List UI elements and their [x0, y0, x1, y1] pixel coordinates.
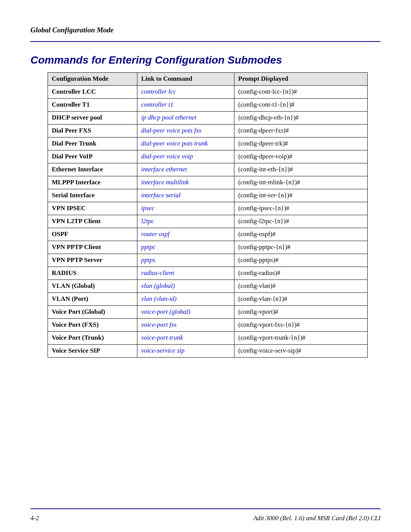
table-row: Dial Peer FXSdial-peer voice pots fxs(co…	[48, 125, 368, 137]
cell-prompt-displayed: (config-vlan-{n})#	[234, 293, 368, 306]
cell-config-mode: OSPF	[48, 228, 137, 241]
cell-prompt-displayed: (config-l2tpc-{n})#	[234, 215, 368, 228]
cell-link-to-command[interactable]: dial-peer voice voip	[137, 150, 234, 163]
cell-link-to-command[interactable]: ipsec	[137, 202, 234, 215]
cell-link-to-command[interactable]: router ospf	[137, 228, 234, 241]
table-row: OSPFrouter ospf(config-ospf)#	[48, 228, 368, 241]
cell-link-to-command[interactable]: dial-peer voice pots fxs	[137, 125, 234, 137]
cell-link-to-command[interactable]: vlan (global)	[137, 280, 234, 293]
cell-prompt-displayed: (config-vlan)#	[234, 280, 368, 293]
cell-prompt-displayed: (config-cont-lcc-{n})#	[234, 86, 368, 99]
table-row: Voice Port (FXS)voice-port fxs(config-vp…	[48, 319, 368, 332]
table-row: VPN IPSECipsec(config-ipsec-{n})#	[48, 202, 368, 215]
table-row: VPN PPTP Serverpptps(config-pptps)#	[48, 254, 368, 267]
cell-config-mode: Controller LCC	[48, 86, 137, 99]
cell-link-to-command[interactable]: interface serial	[137, 189, 234, 202]
cell-link-to-command[interactable]: voice-port fxs	[137, 319, 234, 332]
table-row: VPN L2TP Clientl2tpc(config-l2tpc-{n})#	[48, 215, 368, 228]
cell-prompt-displayed: (config-int-eth-{n})#	[234, 163, 368, 176]
document-page: Global Configuration Mode Commands for E…	[0, 0, 411, 532]
cell-config-mode: Voice Service SIP	[48, 345, 137, 358]
cell-link-to-command[interactable]: vlan (vlan-id)	[137, 293, 234, 306]
cell-link-to-command[interactable]: interface ethernet	[137, 163, 234, 176]
cell-prompt-displayed: (config-vport)#	[234, 306, 368, 319]
table-row: VLAN (Port)vlan (vlan-id)(config-vlan-{n…	[48, 293, 368, 306]
cell-config-mode: Dial Peer Trunk	[48, 137, 137, 150]
section-heading: Commands for Entering Configuration Subm…	[30, 54, 381, 66]
page-header-title: Global Configuration Mode	[30, 26, 381, 34]
cell-prompt-displayed: (config-cont-t1-{n})#	[234, 99, 368, 112]
cell-config-mode: Dial Peer FXS	[48, 125, 137, 137]
page-number: 4-2	[30, 514, 39, 522]
table-row: Voice Port (Trunk)voice-port trunk(confi…	[48, 332, 368, 345]
cell-config-mode: VPN PPTP Client	[48, 241, 137, 254]
table-row: RADIUSradius-client(config-radius)#	[48, 267, 368, 280]
table-row: VLAN (Global)vlan (global)(config-vlan)#	[48, 280, 368, 293]
table-row: Serial Interfaceinterface serial(config-…	[48, 189, 368, 202]
cell-link-to-command[interactable]: ip dhcp pool ethernet	[137, 112, 234, 125]
table-row: Voice Service SIPvoice-service sip(confi…	[48, 345, 368, 358]
cell-config-mode: Ethernet Interface	[48, 163, 137, 176]
cell-config-mode: VLAN (Global)	[48, 280, 137, 293]
cell-config-mode: RADIUS	[48, 267, 137, 280]
table-row: Controller LCCcontroller lcc(config-cont…	[48, 86, 368, 99]
cell-prompt-displayed: (config-voice-serv-sip)#	[234, 345, 368, 358]
table-row: Dial Peer VoIPdial-peer voice voip(confi…	[48, 150, 368, 163]
cell-config-mode: DHCP server pool	[48, 112, 137, 125]
cell-link-to-command[interactable]: dial-peer voice pots trunk	[137, 137, 234, 150]
cell-config-mode: VPN IPSEC	[48, 202, 137, 215]
cell-prompt-displayed: (config-pptps)#	[234, 254, 368, 267]
page-footer: 4-2 Adit 3000 (Rel. 1.6) and MSR Card (R…	[30, 514, 381, 522]
cell-prompt-displayed: (config-vport-fxs-{n})#	[234, 319, 368, 332]
cell-config-mode: VPN L2TP Client	[48, 215, 137, 228]
cell-link-to-command[interactable]: radius-client	[137, 267, 234, 280]
cell-link-to-command[interactable]: l2tpc	[137, 215, 234, 228]
table-row: Dial Peer Trunkdial-peer voice pots trun…	[48, 137, 368, 150]
cell-link-to-command[interactable]: pptps	[137, 254, 234, 267]
col-header-mode: Configuration Mode	[48, 73, 137, 86]
cell-config-mode: Serial Interface	[48, 189, 137, 202]
cell-link-to-command[interactable]: controller lcc	[137, 86, 234, 99]
cell-link-to-command[interactable]: interface multilink	[137, 176, 234, 189]
cell-prompt-displayed: (config-dpeer-voip)#	[234, 150, 368, 163]
cell-config-mode: Controller T1	[48, 99, 137, 112]
table-row: MLPPP Interfaceinterface multilink(confi…	[48, 176, 368, 189]
cell-prompt-displayed: (config-ospf)#	[234, 228, 368, 241]
col-header-link: Link to Command	[137, 73, 234, 86]
cell-config-mode: Voice Port (Trunk)	[48, 332, 137, 345]
cell-link-to-command[interactable]: voice-service sip	[137, 345, 234, 358]
footer-divider	[30, 508, 381, 509]
cell-prompt-displayed: (config-dpeer-fxs)#	[234, 125, 368, 137]
cell-prompt-displayed: (config-pptpc-{n})#	[234, 241, 368, 254]
cell-link-to-command[interactable]: controller t1	[137, 99, 234, 112]
cell-prompt-displayed: (config-dhcp-eth-{n})#	[234, 112, 368, 125]
cell-prompt-displayed: (config-vport-trunk-{n})#	[234, 332, 368, 345]
submodes-table: Configuration Mode Link to Command Promp…	[48, 72, 368, 358]
cell-config-mode: MLPPP Interface	[48, 176, 137, 189]
cell-prompt-displayed: (config-radius)#	[234, 267, 368, 280]
cell-config-mode: Voice Port (FXS)	[48, 319, 137, 332]
cell-prompt-displayed: (config-int-mlink-{n})#	[234, 176, 368, 189]
cell-prompt-displayed: (config-ipsec-{n})#	[234, 202, 368, 215]
doc-title: Adit 3000 (Rel. 1.6) and MSR Card (Rel 2…	[253, 514, 381, 522]
table-row: Ethernet Interfaceinterface ethernet(con…	[48, 163, 368, 176]
table-header-row: Configuration Mode Link to Command Promp…	[48, 73, 368, 86]
cell-link-to-command[interactable]: voice-port trunk	[137, 332, 234, 345]
cell-link-to-command[interactable]: voice-port (global)	[137, 306, 234, 319]
table-row: DHCP server poolip dhcp pool ethernet(co…	[48, 112, 368, 125]
col-header-prompt: Prompt Displayed	[234, 73, 368, 86]
cell-config-mode: Dial Peer VoIP	[48, 150, 137, 163]
cell-config-mode: VLAN (Port)	[48, 293, 137, 306]
table-row: VPN PPTP Clientpptpc(config-pptpc-{n})#	[48, 241, 368, 254]
cell-config-mode: VPN PPTP Server	[48, 254, 137, 267]
table-row: Voice Port (Global)voice-port (global)(c…	[48, 306, 368, 319]
header-divider	[30, 41, 381, 42]
cell-prompt-displayed: (config-int-ser-{n})#	[234, 189, 368, 202]
cell-link-to-command[interactable]: pptpc	[137, 241, 234, 254]
cell-config-mode: Voice Port (Global)	[48, 306, 137, 319]
cell-prompt-displayed: (config-dpeer-trk)#	[234, 137, 368, 150]
table-row: Controller T1controller t1(config-cont-t…	[48, 99, 368, 112]
